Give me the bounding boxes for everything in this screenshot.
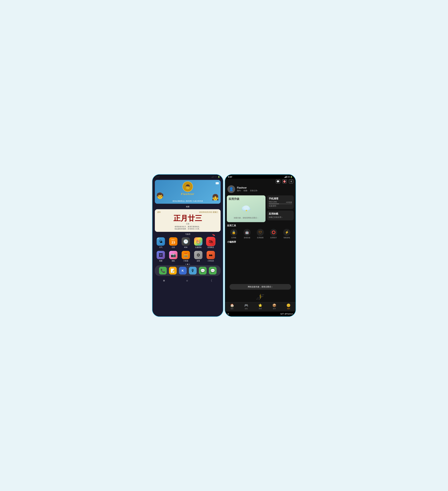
battery-icon-right: 98%🔋 [287, 176, 293, 178]
phone-storage: 56G/128G [269, 201, 277, 203]
svg-point-11 [243, 206, 249, 210]
games-nav-label: 游戏 [245, 308, 248, 310]
app-weather[interactable]: 🌤 5° 天气 [155, 237, 167, 248]
app-photos[interactable]: 🖼 相册 [155, 251, 167, 262]
left-status-icons: 98%🔋 [211, 176, 220, 178]
profile-info: Flashcer 预约› 收藏› 安装记录› [237, 187, 258, 192]
wifi-error-icon [253, 292, 268, 301]
dot-3 [189, 264, 190, 265]
main-container: 9:07 98%🔋 🧒 👦 [149, 171, 299, 320]
camera-label: 相机 [172, 260, 175, 262]
nav-rankings[interactable]: ⭐ 榜单 [258, 303, 262, 310]
right-time: 9:07 [228, 176, 232, 178]
software-nav-label: 软件 [273, 308, 276, 310]
software-nav-icon: 📦 [272, 303, 276, 307]
dock-notes[interactable]: 📝 [169, 267, 177, 274]
nav-software[interactable]: 📦 软件 [272, 303, 276, 310]
upgrade-card[interactable]: 应用升级 › [227, 195, 266, 222]
flashcer-subtitle: 新浪众测精英达人 数码博主 头条文章作者 [172, 200, 203, 202]
camera-icon: 📷 [169, 251, 177, 259]
svg-rect-2 [212, 176, 213, 178]
nav-home[interactable]: 🏠 首页 [230, 303, 234, 310]
nav-mine[interactable]: 😊 我的 [286, 303, 290, 310]
dock-record[interactable]: 🎙 [189, 267, 197, 274]
target-icon-btn[interactable]: 🎯 [282, 179, 287, 183]
profile-favorites[interactable]: 收藏› [243, 189, 248, 192]
nav-games[interactable]: 🎮 游戏 [244, 303, 248, 310]
calendar-card[interactable]: 虎年 2022年02月23日 星期三 正月廿三 壬寅 春雨惊春清谷天，夏满芒夏暑… [155, 209, 220, 232]
left-phone: 9:07 98%🔋 🧒 👦 [152, 174, 223, 317]
uninstall-link[interactable]: 卸载已安装应用 › [269, 216, 292, 218]
page-dots [153, 263, 223, 265]
bottom-nav: 🏠 首页 🎮 游戏 ⭐ 榜单 📦 软件 😊 我的 [225, 302, 295, 312]
dock-k[interactable]: K [179, 267, 187, 274]
app-store[interactable]: ➡ 🛍 应用商店 [205, 237, 217, 248]
signal-icon [211, 176, 214, 178]
cal-zodiac: 壬寅 [157, 223, 218, 225]
tool-app-lock[interactable]: 🔒 应用锁 [230, 229, 237, 239]
appstore-label: 应用商店 [208, 246, 214, 248]
theme-icon: 🎨 [194, 237, 202, 246]
dot-1 [185, 264, 186, 265]
right-nav-menu[interactable]: ≡ [228, 312, 229, 316]
clean-link[interactable]: 垃圾清理 › [269, 205, 292, 207]
app-calculator[interactable]: 🧮 计算器 [180, 251, 192, 262]
tool-app-permission[interactable]: 🛡 应用权限 [257, 229, 264, 239]
app-camera[interactable]: 📷 相机 [167, 251, 179, 262]
settings-label: 设置 [197, 260, 200, 262]
weather-icon: 🌤 5° [157, 237, 165, 246]
rankings-nav-label: 榜单 [259, 308, 262, 310]
nav-back[interactable]: 〈 [209, 279, 212, 283]
tool-smart-save[interactable]: ⚡ 智能省电 [283, 229, 290, 239]
wifi-error-area [225, 291, 295, 302]
watermark: 知乎 @Flashcer [280, 313, 293, 315]
photo-card[interactable]: 🧒 👦 Flashcer 新浪众测精英达人 数码博主 头条文章作者 [155, 180, 220, 204]
left-nav-bar: ≡ ○ 〈 [153, 277, 223, 284]
smart-save-icon: ⚡ [283, 229, 290, 236]
community-icon: 🏘 [207, 251, 215, 259]
app-lock-icon: 🔒 [230, 229, 237, 236]
mine-nav-icon: 😊 [286, 303, 290, 307]
profile-install-record[interactable]: 安装记录› [250, 189, 258, 192]
dock-wechat2[interactable]: 💬 [209, 267, 217, 274]
left-status-bar: 9:07 98%🔋 [153, 175, 223, 179]
svg-rect-3 [213, 176, 214, 178]
left-time: 9:07 [155, 176, 160, 178]
svg-point-15 [257, 299, 257, 300]
rankings-nav-icon: ⭐ [258, 303, 262, 307]
storage-bar [269, 204, 292, 204]
battery-icon: 98%🔋 [214, 176, 220, 178]
app-settings[interactable]: ⚙ 设置 [192, 251, 204, 262]
nav-home[interactable]: ○ [186, 279, 188, 282]
phone-clean-card[interactable]: 手机清理 56G/128G •1G垃圾 垃圾清理 › [267, 195, 294, 209]
svg-point-16 [259, 299, 259, 300]
dock: 📞 📝 K 🎙 💬 💬 [155, 265, 220, 276]
app-theme[interactable]: 🎨 主题壁纸 [192, 237, 204, 248]
uninstall-title: 应用卸载 [269, 212, 292, 216]
nav-menu[interactable]: ≡ [163, 279, 165, 282]
message-icon-btn[interactable]: 💬 [276, 179, 280, 183]
app-community[interactable]: 🏘 小米社区 [205, 251, 217, 262]
tool-game-boost[interactable]: 🤖 游戏加速 [243, 229, 251, 239]
dock-wechat[interactable]: 💬 [199, 267, 207, 274]
uninstall-card[interactable]: 应用卸载 卸载已安装应用 › [267, 211, 294, 220]
profile-row: 👤 Flashcer 预约› 收藏› 安装记录› [225, 184, 295, 194]
app-grid-row1: 🌤 5° 天气 星期三 23 日历 [153, 236, 223, 250]
cal-big-date: 正月廿三 [157, 215, 218, 222]
profile-subscribe[interactable]: 预约› [237, 189, 241, 192]
cal-date: 2022年02月23日 星期三 [199, 211, 218, 214]
svg-rect-5 [285, 177, 286, 178]
recommend-section-title: 小编推荐 [225, 240, 295, 244]
games-nav-icon: 🎮 [244, 303, 248, 307]
app-clock[interactable]: 🕐 时钟 [180, 237, 192, 248]
upgrade-chevron: › [263, 198, 264, 200]
download-icon-btn[interactable]: ⬇ [289, 179, 293, 183]
dock-phone[interactable]: 📞 [159, 267, 167, 274]
tool-app-dual[interactable]: ⭕ 应用双开 [270, 229, 277, 239]
app-permission-label: 应用权限 [257, 236, 264, 239]
svg-rect-4 [284, 177, 285, 178]
app-calendar[interactable]: 星期三 23 日历 [167, 237, 179, 248]
app-lock-label: 应用锁 [231, 236, 236, 239]
right-cards: 手机清理 56G/128G •1G垃圾 垃圾清理 › 应用卸载 卸载已安装应用 … [267, 195, 294, 222]
calendar-label: 日历 [172, 246, 175, 248]
